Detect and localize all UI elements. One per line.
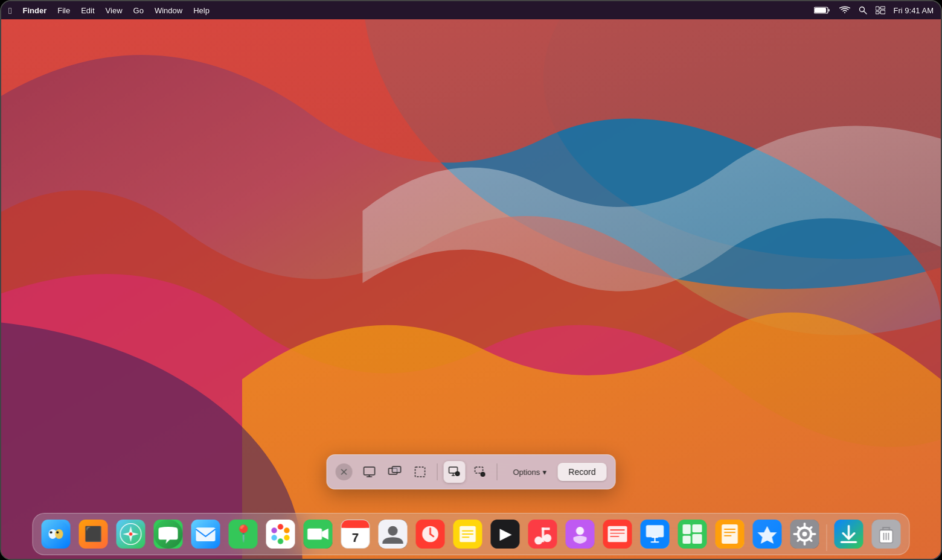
menubar-time: Fri 9:41 AM xyxy=(894,6,934,15)
dock-downloads[interactable] xyxy=(832,517,866,551)
battery-icon xyxy=(814,6,831,14)
dock-separator xyxy=(827,524,827,551)
svg-point-74 xyxy=(543,534,551,542)
dock-numbers[interactable] xyxy=(676,517,710,551)
dock-appstore[interactable] xyxy=(751,517,784,551)
svg-point-46 xyxy=(284,527,289,533)
svg-rect-95 xyxy=(722,524,738,544)
dock-music[interactable] xyxy=(526,517,560,551)
dock-reminders[interactable] xyxy=(414,517,447,551)
dock-contacts[interactable] xyxy=(376,517,410,551)
svg-rect-21 xyxy=(415,467,425,477)
svg-rect-93 xyxy=(693,534,702,544)
svg-point-60 xyxy=(388,526,398,536)
svg-rect-10 xyxy=(876,7,879,10)
menubar-left:  Finder File Edit View Go Window Help xyxy=(8,5,210,16)
svg-point-24 xyxy=(456,472,458,475)
capture-screen-button[interactable] xyxy=(359,461,380,483)
dock-trash[interactable] xyxy=(870,517,903,551)
capture-window-button[interactable] xyxy=(384,461,406,483)
dock-launchpad[interactable]: ⬛ xyxy=(77,517,111,551)
svg-rect-89 xyxy=(678,520,707,549)
options-button[interactable]: Options ▾ xyxy=(506,464,554,480)
menubar-window[interactable]: Window xyxy=(155,6,182,15)
svg-point-32 xyxy=(55,529,63,539)
menubar-edit[interactable]: Edit xyxy=(81,6,94,15)
svg-point-73 xyxy=(534,536,542,544)
record-button[interactable]: Record xyxy=(557,463,606,481)
menubar-right: Fri 9:41 AM xyxy=(814,6,934,15)
svg-rect-27 xyxy=(475,467,483,473)
svg-point-38 xyxy=(129,532,132,535)
menubar-file[interactable]: File xyxy=(57,6,70,15)
svg-rect-92 xyxy=(693,524,702,532)
svg-rect-12 xyxy=(880,7,885,9)
screenshot-toolbar: Options ▾ Record xyxy=(327,454,616,489)
apple-menu[interactable]:  xyxy=(8,5,11,16)
dock-notes[interactable] xyxy=(451,517,485,551)
svg-rect-44 xyxy=(266,520,295,549)
menubar-finder[interactable]: Finder xyxy=(22,6,46,15)
dock-pages[interactable] xyxy=(713,517,747,551)
menubar-help[interactable]: Help xyxy=(193,6,210,15)
svg-point-49 xyxy=(271,535,277,540)
record-screen-button[interactable] xyxy=(444,461,466,483)
options-label: Options xyxy=(513,468,540,477)
svg-point-45 xyxy=(278,524,283,529)
dock-finder[interactable] xyxy=(39,517,73,551)
dock-systemprefs[interactable] xyxy=(788,517,822,551)
chevron-down-icon: ▾ xyxy=(542,468,546,477)
dock-photos[interactable] xyxy=(264,517,298,551)
close-button[interactable] xyxy=(336,463,353,480)
toolbar-divider-1 xyxy=(437,463,438,480)
svg-rect-85 xyxy=(646,525,664,537)
svg-point-34 xyxy=(56,531,59,533)
svg-text:▶: ▶ xyxy=(500,526,512,542)
dock-facetime[interactable] xyxy=(301,517,335,551)
svg-rect-41 xyxy=(196,527,216,541)
dock-messages[interactable] xyxy=(152,517,185,551)
svg-line-9 xyxy=(864,11,867,14)
search-icon[interactable] xyxy=(859,6,867,14)
svg-rect-76 xyxy=(542,527,550,530)
svg-point-48 xyxy=(278,538,283,544)
record-selection-button[interactable] xyxy=(469,461,491,483)
svg-rect-11 xyxy=(876,11,879,14)
dock-appletv[interactable]: ▶ xyxy=(489,517,522,551)
dock-maps[interactable]: 📍 xyxy=(226,517,260,551)
svg-rect-90 xyxy=(683,524,691,534)
svg-rect-52 xyxy=(307,529,322,540)
dock-news[interactable] xyxy=(601,517,635,551)
svg-point-47 xyxy=(284,535,289,540)
svg-point-78 xyxy=(576,527,584,535)
svg-rect-7 xyxy=(828,9,830,11)
svg-text:AUG: AUG xyxy=(350,529,362,535)
svg-rect-16 xyxy=(364,467,375,475)
dock-mail[interactable] xyxy=(189,517,223,551)
svg-rect-20 xyxy=(392,466,401,472)
svg-text:📍: 📍 xyxy=(233,524,254,543)
svg-rect-13 xyxy=(880,10,885,14)
mac-frame:  Finder File Edit View Go Window Help xyxy=(0,0,942,560)
svg-rect-91 xyxy=(683,536,691,544)
svg-point-102 xyxy=(803,532,807,536)
toolbar-divider-2 xyxy=(497,463,498,480)
svg-point-29 xyxy=(481,473,484,476)
menubar:  Finder File Edit View Go Window Help xyxy=(1,1,941,19)
svg-point-50 xyxy=(271,527,277,533)
wifi-icon xyxy=(839,6,850,14)
dock-podcasts[interactable] xyxy=(563,517,597,551)
svg-rect-6 xyxy=(815,8,826,13)
svg-point-33 xyxy=(50,531,53,533)
menubar-view[interactable]: View xyxy=(106,6,123,15)
capture-selection-button[interactable] xyxy=(409,461,431,483)
svg-rect-80 xyxy=(608,526,627,542)
control-center-icon[interactable] xyxy=(876,6,885,14)
dock-keynote[interactable] xyxy=(638,517,672,551)
svg-rect-56 xyxy=(342,524,370,527)
dock: ⬛ xyxy=(33,513,910,555)
dock-safari[interactable] xyxy=(114,517,148,551)
dock-calendar[interactable]: 7 AUG xyxy=(339,517,373,551)
menubar-go[interactable]: Go xyxy=(133,6,144,15)
